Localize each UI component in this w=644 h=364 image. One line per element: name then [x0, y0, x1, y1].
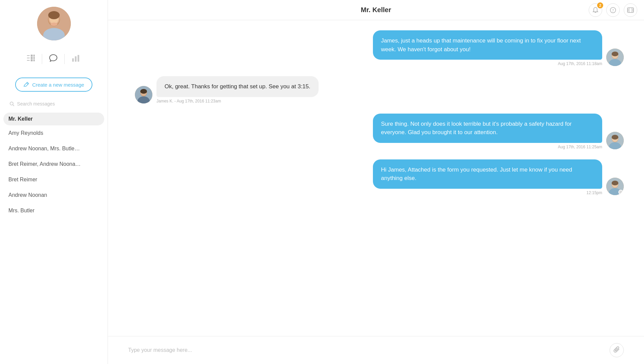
chat-title: Mr. Keller — [361, 6, 391, 14]
messages-area: James, just a heads up that maintenance … — [108, 20, 644, 336]
chat-header: Mr. Keller 2 ? — [108, 0, 644, 20]
create-message-button[interactable]: Create a new message — [15, 78, 92, 92]
messages-nav-button[interactable] — [42, 51, 64, 67]
conversation-item-mr-keller[interactable]: Mr. Keller — [3, 113, 104, 125]
create-button-label: Create a new message — [32, 82, 84, 88]
svg-point-53 — [612, 181, 618, 185]
compose-area — [108, 336, 644, 364]
message-row-1: James, just a heads up that maintenance … — [135, 30, 624, 66]
paperclip-icon — [614, 346, 620, 354]
message-status-dot — [618, 190, 623, 194]
conversation-list: Mr. Keller Amy Reynolds Andrew Noonan, M… — [0, 113, 108, 218]
svg-rect-18 — [75, 56, 77, 62]
message-meta-1: Aug 17th, 2016 11:18am — [558, 61, 602, 66]
svg-rect-17 — [72, 58, 74, 62]
main-content: Mr. Keller 2 ? — [108, 0, 644, 364]
svg-rect-14 — [33, 57, 35, 59]
message-content-4: Hi James, Attached is the form you reque… — [373, 159, 602, 195]
svg-point-6 — [48, 11, 60, 19]
message-bubble-3: Sure thing. Not only does it look terrib… — [373, 114, 602, 143]
help-button[interactable]: ? — [606, 3, 620, 17]
conversation-item-mrs-butler[interactable]: Mrs. Butler — [0, 203, 108, 218]
conversation-item-andrew-butler[interactable]: Andrew Noonan, Mrs. Butle… — [0, 141, 108, 156]
sent-avatar-3 — [606, 132, 624, 149]
svg-point-48 — [612, 135, 618, 140]
svg-point-7 — [51, 23, 57, 26]
message-content-2: Ok, great. Thanks for getting that set u… — [156, 76, 319, 103]
received-avatar-2 — [135, 86, 152, 103]
notification-badge: 2 — [597, 2, 603, 8]
notification-bell-button[interactable]: 2 — [589, 3, 602, 17]
svg-rect-12 — [33, 55, 35, 57]
conversation-item-bret-andrew[interactable]: Bret Reimer, Andrew Noona… — [0, 156, 108, 172]
message-bubble-4: Hi James, Attached is the form you reque… — [373, 159, 602, 189]
svg-point-21 — [10, 102, 13, 105]
svg-line-22 — [13, 105, 14, 106]
svg-line-20 — [27, 83, 28, 84]
svg-point-38 — [612, 52, 618, 56]
svg-rect-11 — [31, 55, 33, 57]
sidebar: Create a new message Mr. Keller Amy Reyn… — [0, 0, 108, 364]
help-icon: ? — [610, 7, 616, 13]
svg-text:?: ? — [612, 8, 614, 12]
message-meta-2: James K. - Aug 17th, 2016 11:23am — [156, 99, 319, 103]
svg-rect-13 — [31, 57, 33, 59]
attach-button[interactable] — [610, 343, 624, 357]
nav-icons — [0, 51, 108, 67]
svg-point-43 — [140, 89, 147, 94]
message-bubble-1: James, just a heads up that maintenance … — [373, 30, 602, 60]
sent-avatar-4 — [606, 178, 624, 195]
svg-rect-19 — [78, 55, 79, 62]
contacts-icon — [627, 7, 634, 13]
user-avatar — [37, 7, 71, 40]
message-content-3: Sure thing. Not only does it look terrib… — [373, 114, 602, 149]
conversation-item-bret-reimer[interactable]: Bret Reimer — [0, 172, 108, 187]
search-icon — [9, 101, 14, 107]
message-content-1: James, just a heads up that maintenance … — [373, 30, 602, 66]
search-input[interactable] — [17, 101, 98, 107]
notification-bell-icon — [592, 7, 598, 13]
header-actions: 2 ? — [589, 3, 637, 17]
message-meta-4: 12:15pm — [586, 190, 602, 195]
sent-avatar-1 — [606, 49, 624, 66]
conversation-item-amy-reynolds[interactable]: Amy Reynolds — [0, 125, 108, 141]
search-container — [5, 98, 102, 109]
message-row-4: Hi James, Attached is the form you reque… — [135, 159, 624, 195]
svg-rect-16 — [33, 59, 35, 61]
charts-nav-button[interactable] — [65, 51, 88, 67]
message-input[interactable] — [128, 347, 606, 353]
message-row-2: Ok, great. Thanks for getting that set u… — [135, 76, 624, 103]
message-meta-3: Aug 17th, 2016 11:25am — [558, 145, 602, 149]
conversation-item-andrew-noonan[interactable]: Andrew Noonan — [0, 187, 108, 203]
list-view-button[interactable] — [20, 51, 42, 67]
message-row-3: Sure thing. Not only does it look terrib… — [135, 114, 624, 149]
svg-rect-15 — [31, 59, 33, 61]
contacts-button[interactable] — [624, 3, 637, 17]
message-bubble-2: Ok, great. Thanks for getting that set u… — [156, 76, 319, 97]
